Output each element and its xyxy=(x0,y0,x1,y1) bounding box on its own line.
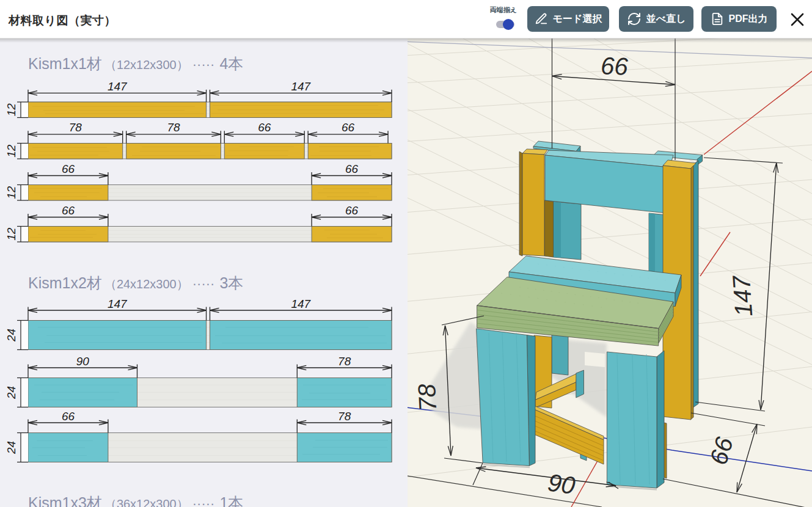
svg-text:66: 66 xyxy=(62,410,75,423)
svg-text:90: 90 xyxy=(546,469,577,499)
svg-text:24: 24 xyxy=(5,441,18,454)
svg-text:78: 78 xyxy=(413,383,441,412)
svg-text:66: 66 xyxy=(342,121,355,134)
svg-text:Kism1x2材（24x12x300）·····3本: Kism1x2材（24x12x300）·····3本 xyxy=(28,274,243,291)
svg-text:147: 147 xyxy=(108,297,128,310)
svg-text:66: 66 xyxy=(600,52,629,80)
svg-text:78: 78 xyxy=(69,121,82,134)
svg-text:78: 78 xyxy=(338,355,351,368)
svg-text:147: 147 xyxy=(108,80,128,93)
svg-text:Kism1x1材（12x12x300）·····4本: Kism1x1材（12x12x300）·····4本 xyxy=(28,55,243,72)
svg-text:78: 78 xyxy=(167,121,180,134)
svg-text:12: 12 xyxy=(5,227,18,241)
svg-text:66: 66 xyxy=(62,204,75,217)
svg-text:147: 147 xyxy=(291,297,311,310)
svg-text:12: 12 xyxy=(5,103,18,117)
svg-text:78: 78 xyxy=(338,410,351,423)
svg-text:147: 147 xyxy=(728,274,758,317)
svg-text:66: 66 xyxy=(258,121,271,134)
svg-text:66: 66 xyxy=(345,204,359,217)
svg-text:147: 147 xyxy=(291,80,311,93)
svg-text:12: 12 xyxy=(5,186,18,199)
svg-text:24: 24 xyxy=(5,386,18,399)
svg-text:24: 24 xyxy=(5,329,18,342)
svg-text:12: 12 xyxy=(5,144,18,158)
svg-text:66: 66 xyxy=(345,162,359,175)
svg-text:90: 90 xyxy=(76,355,90,368)
svg-text:66: 66 xyxy=(62,162,75,175)
